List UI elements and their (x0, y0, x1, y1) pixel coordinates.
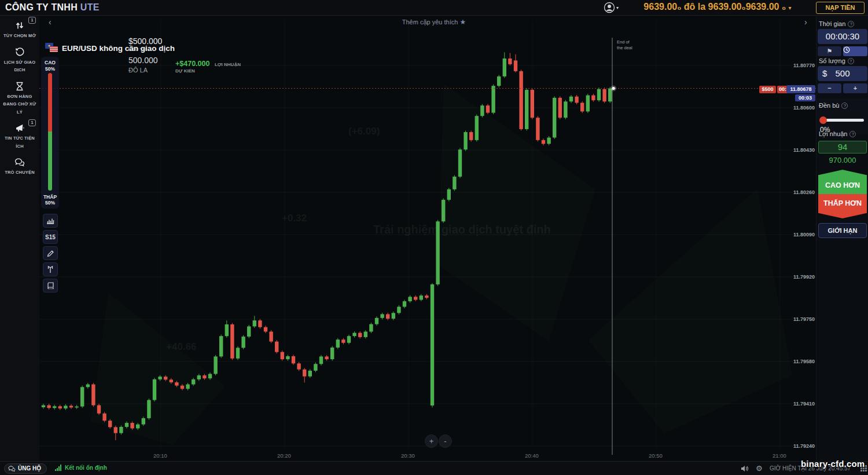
candle-body (53, 406, 56, 408)
lower-button[interactable]: THẤP HƠN (818, 194, 867, 218)
account-balance[interactable]: 9639.00₀ đô la 9639.00₀9639.00 ₀ ▾ (631, 2, 804, 12)
deal-amount-tag: $500 (759, 86, 776, 93)
drawing-tools-button[interactable] (43, 246, 58, 260)
candle-body (58, 406, 62, 408)
sidebar-item-label: TRÒ CHUYỆN (0, 167, 39, 179)
left-sidebar: 1 TÙY CHỌN MỞ LỊCH SỬ GIAO DỊCH ĐƠN HÀNG… (0, 16, 39, 461)
news-badge: 1 (28, 119, 36, 126)
support-button[interactable]: ỦNG HỘ (4, 463, 47, 474)
clock-icon (843, 46, 850, 53)
clock-mode-button[interactable] (843, 46, 867, 56)
candle-body (503, 59, 506, 76)
price-axis-label: 11.80770 (786, 63, 815, 68)
current-price-tag: 11.80678 (786, 85, 815, 93)
site-watermark: binary-cfd.com (801, 459, 865, 469)
compensation-slider-knob[interactable] (819, 116, 827, 124)
candle-body (397, 307, 400, 313)
sidebar-item-open-options[interactable]: 1 TÙY CHỌN MỞ (0, 16, 39, 42)
candle-body (497, 76, 501, 86)
price-axis-label: 11.80090 (786, 232, 815, 237)
amount-increase-button[interactable]: + (843, 83, 867, 93)
chart-type-button[interactable] (43, 214, 58, 228)
chevron-right-icon[interactable]: › (804, 17, 807, 27)
chevron-left-icon[interactable]: ‹ (49, 17, 52, 27)
candle-body (491, 86, 495, 112)
flag-mode-button[interactable]: ⚑ (818, 46, 841, 56)
sentiment-gauge: CAO 50% THẤP 50% (41, 57, 59, 209)
candle-body (575, 97, 578, 103)
candle-body (258, 320, 262, 327)
top-bar: CÔNG TY TNHH UTE ▾ 9639.00₀ đô la 9639.0… (0, 0, 868, 16)
profit-label: Lợi nhuận (819, 130, 847, 137)
candle-body (447, 189, 451, 200)
zoom-out-button[interactable]: - (439, 434, 452, 448)
deal-end-line1: End of (617, 39, 632, 45)
amount-input[interactable]: $ 500 (818, 66, 867, 81)
currency-pair-flags-icon: ★ (45, 43, 59, 53)
sentiment-low-label: THẤP (41, 194, 59, 200)
investment-currency: ĐÔ LA (128, 67, 162, 74)
chart-watermark-text: (+6.09) (348, 126, 380, 137)
candle-body (158, 377, 161, 379)
sidebar-item-pending-orders[interactable]: ĐƠN HÀNG ĐANG CHỜ XỬ LÝ (0, 76, 39, 119)
sidebar-item-chat[interactable]: TRÒ CHUYỆN (0, 152, 39, 179)
candle-body (192, 379, 195, 385)
support-chat-icon (8, 466, 16, 472)
speaker-icon[interactable] (741, 465, 749, 472)
trade-panel: Thời gian ? 00:00:30 ⚑ Số lượng ? $ 500 … (816, 16, 868, 461)
higher-button[interactable]: CAO HƠN (818, 170, 867, 194)
amount-decrease-button[interactable]: − (818, 83, 841, 93)
sidebar-item-trade-history[interactable]: LỊCH SỬ GIAO DỊCH (0, 42, 39, 76)
zoom-in-button[interactable]: + (425, 434, 438, 448)
candle-body (336, 339, 340, 348)
candle-body (347, 336, 351, 343)
candle-body (436, 221, 439, 284)
investment-info: $500.000 ĐẦU TƯ 500.000 ĐÔ LA (128, 36, 162, 74)
account-menu[interactable]: ▾ (604, 2, 619, 13)
candle-body (369, 324, 373, 332)
candle-body (130, 423, 134, 428)
help-icon[interactable]: ? (848, 58, 854, 64)
hourglass-icon (0, 81, 39, 92)
indicators-button[interactable] (43, 262, 58, 276)
chevron-down-icon: ▾ (616, 5, 619, 10)
candle-body (547, 138, 550, 144)
limit-button[interactable]: GIỚI HẠN (818, 223, 867, 238)
candle-body (531, 90, 534, 118)
help-icon[interactable]: ? (848, 21, 854, 27)
candle-body (181, 386, 184, 389)
chart-area[interactable]: +40.66+0.32(+6.09)Trải nghiệm giao dịch … (39, 16, 816, 461)
background-watermark-shape (589, 189, 792, 433)
expiration-time-input[interactable]: 00:00:30 (818, 29, 867, 44)
candle-body (597, 89, 601, 100)
time-axis-label: 20:10 (153, 452, 167, 459)
star-icon[interactable]: ★ (459, 18, 466, 26)
candle-body (91, 385, 95, 405)
candle-body (525, 90, 528, 129)
candle-body (514, 60, 517, 71)
candle-body (341, 339, 345, 343)
candle-body (119, 427, 123, 433)
balance-text: 9639.00₀ đô la 9639.00₀9639.00 ₀ (643, 2, 786, 12)
sidebar-item-news[interactable]: 1 TIN TỨC TIỆN ÍCH (0, 118, 39, 152)
sentiment-high-label: CAO (41, 57, 59, 66)
candle-body (269, 331, 273, 341)
help-icon[interactable]: ? (849, 131, 856, 137)
compensation-slider[interactable] (820, 119, 864, 122)
instrument-selector[interactable]: ★ EUR/USD không cần giao dịch (45, 43, 175, 53)
time-axis-label: 21:00 (773, 452, 786, 459)
app-title: CÔNG TY TNHH UTE (5, 2, 100, 13)
help-icon[interactable]: ? (841, 103, 848, 109)
candle-body (86, 385, 90, 388)
candle-body (286, 356, 289, 359)
journal-button[interactable] (43, 279, 58, 293)
avatar-icon (604, 2, 615, 13)
candle-body (442, 200, 445, 221)
candle-body (602, 89, 606, 101)
deposit-button[interactable]: NẠP TIỀN (816, 2, 865, 14)
timeframe-button[interactable]: S15 (43, 230, 58, 244)
candle-body (275, 342, 278, 352)
candle-body (536, 118, 539, 140)
gear-icon[interactable]: ⚙ (756, 464, 763, 473)
candle-body (414, 297, 417, 299)
